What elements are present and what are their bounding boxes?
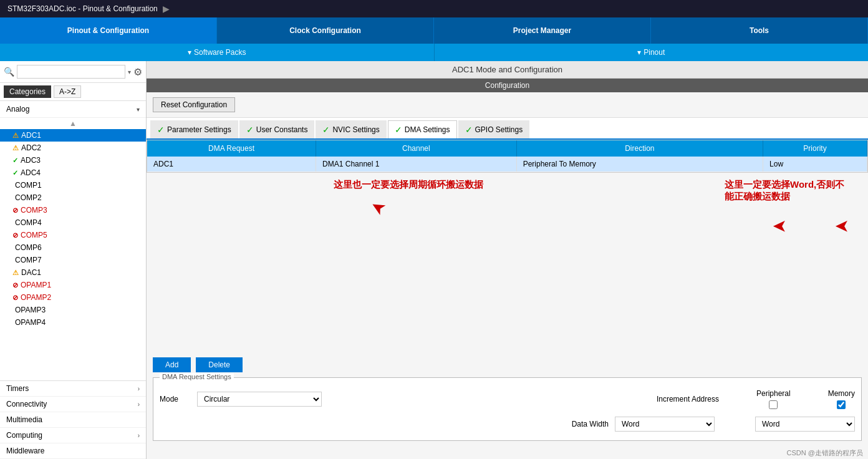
tab-user-constants[interactable]: ✓ User Constants [239,120,315,138]
sidebar-item-adc2[interactable]: ⚠ ADC2 [0,142,146,154]
adc4-icon: ✓ [12,169,18,177]
sidebar-item-adc3[interactable]: ✓ ADC3 [0,154,146,167]
arrow-right-bottom-icon: ➤ [835,216,849,237]
title-arrow: ▶ [163,4,170,14]
increment-section: Increment Address Peripheral Memory [644,389,855,409]
dma-table: DMA Request Channel Direction Priority A… [147,140,867,172]
sidebar-item-comp2[interactable]: COMP2 [0,191,146,204]
timers-expand-arrow: › [138,385,140,392]
sidebar-items-list: ⚠ ADC1 ⚠ ADC2 ✓ ADC3 ✓ ADC4 COMP1 COMP2 [0,129,146,380]
adc2-icon: ⚠ [12,144,19,152]
gpio-check-icon: ✓ [465,125,473,135]
memory-increment-checkbox[interactable] [837,400,846,409]
sidebar-item-opamp4[interactable]: OPAMP4 [0,316,146,329]
arrow-right-top-icon: ➤ [773,216,787,237]
title-text: STM32F303ADC.ioc - Pinout & Configuratio… [7,4,158,13]
sidebar-item-opamp1[interactable]: ⊘ OPAMP1 [0,279,146,291]
annotation-right: 这里一定要选择Word,否则不能正确搬运数据 [725,179,849,203]
connectivity-expand-arrow: › [138,401,140,408]
table-row[interactable]: ADC1 DMA1 Channel 1 Peripheral To Memory… [147,157,867,172]
sidebar-item-dac1[interactable]: ⚠ DAC1 [0,266,146,279]
dma-settings-legend: DMA Request Settings [160,373,234,380]
adc1-icon: ⚠ [12,132,19,140]
main-layout: 🔍 ▾ ⚙ Categories A->Z Analog ▾ ▲ ⚠ ADC1 [0,61,868,459]
reset-configuration-button[interactable]: Reset Configuration [153,97,235,112]
tab-pinout[interactable]: Pinout & Configuration [0,17,217,44]
gear-icon[interactable]: ⚙ [133,66,142,78]
analog-collapse-arrow: ▾ [137,106,140,113]
sidebar-item-comp5[interactable]: ⊘ COMP5 [0,229,146,241]
tab-clock[interactable]: Clock Configuration [217,17,434,44]
delete-button[interactable]: Delete [196,357,243,372]
nvic-check-icon: ✓ [322,125,330,135]
tab-gpio-settings[interactable]: ✓ GPIO Settings [458,120,530,138]
tab-project[interactable]: Project Manager [434,17,651,44]
col-dma-request: DMA Request [147,140,316,157]
peripheral-data-width-select[interactable]: Byte Half Word Word [615,417,715,432]
sidebar-item-middleware[interactable]: Middleware [0,443,146,459]
tab-nvic-settings[interactable]: ✓ NVIC Settings [316,120,386,138]
computing-expand-arrow: › [138,432,140,439]
tab-categories[interactable]: Categories [4,85,51,98]
tab-tools[interactable]: Tools [651,17,868,44]
toolbar: Reset Configuration [147,92,868,118]
sidebar-item-multimedia[interactable]: Multimedia [0,412,146,428]
title-bar: STM32F303ADC.ioc - Pinout & Configuratio… [0,0,868,17]
content-scroll: DMA Request Channel Direction Priority A… [147,140,868,459]
sidebar-item-adc1[interactable]: ⚠ ADC1 [0,129,146,142]
opamp1-icon: ⊘ [12,281,18,289]
memory-data-width-select[interactable]: Byte Half Word Word [755,417,855,432]
sub-nav: ▾ Software Packs ▾ Pinout [0,44,868,61]
search-input[interactable] [17,65,125,79]
sidebar-item-opamp3[interactable]: OPAMP3 [0,304,146,316]
peripheral-header: Peripheral [756,389,791,398]
dac1-icon: ⚠ [12,269,19,277]
settings-tabs: ✓ Parameter Settings ✓ User Constants ✓ … [147,118,868,140]
tab-parameter-settings[interactable]: ✓ Parameter Settings [150,120,238,138]
peripheral-data-width-container: Byte Half Word Word [615,417,715,432]
sidebar-analog-category[interactable]: Analog ▾ [0,101,146,118]
tab-az[interactable]: A->Z [54,85,81,98]
sidebar-item-adc4[interactable]: ✓ ADC4 [0,167,146,179]
user-constants-check-icon: ✓ [246,125,254,135]
add-button[interactable]: Add [153,357,191,372]
sidebar-item-timers[interactable]: Timers › [0,381,146,397]
cell-direction: Peripheral To Memory [516,157,763,172]
content-title: ADC1 Mode and Configuration [147,61,868,79]
mode-label: Mode [160,395,191,403]
dma-settings-panel: DMA Request Settings Mode Circular Norma… [153,377,862,441]
sidebar-item-opamp2[interactable]: ⊘ OPAMP2 [0,291,146,304]
comp5-icon: ⊘ [12,231,18,239]
dma-check-icon: ✓ [395,125,402,135]
sidebar-item-comp4[interactable]: COMP4 [0,216,146,229]
mode-select[interactable]: Circular Normal [197,392,322,407]
sidebar: 🔍 ▾ ⚙ Categories A->Z Analog ▾ ▲ ⚠ ADC1 [0,61,147,459]
cell-request: ADC1 [147,157,316,172]
peripheral-col: Peripheral [756,389,791,409]
memory-header: Memory [828,389,855,398]
peripheral-increment-checkbox[interactable] [769,400,778,409]
sidebar-tabs: Categories A->Z [0,83,146,101]
search-icon: 🔍 [4,67,14,77]
credit-text: CSDN @走错路的程序员 [147,447,868,459]
arrow-left-icon: ➤ [367,195,389,220]
sidebar-item-comp7[interactable]: COMP7 [0,254,146,266]
subnav-pinout[interactable]: ▾ Pinout [435,44,869,61]
bottom-buttons: Add Delete [147,352,868,377]
opamp2-icon: ⊘ [12,294,18,302]
sidebar-item-connectivity[interactable]: Connectivity › [0,397,146,412]
tab-dma-settings[interactable]: ✓ DMA Settings [388,120,457,138]
sidebar-item-comp1[interactable]: COMP1 [0,179,146,191]
top-nav: Pinout & Configuration Clock Configurati… [0,17,868,44]
comp3-icon: ⊘ [12,206,18,215]
dma-table-container: DMA Request Channel Direction Priority A… [147,140,868,173]
memory-data-width-container: Byte Half Word Word [721,417,855,432]
sidebar-item-comp3[interactable]: ⊘ COMP3 [0,204,146,216]
data-width-row: Data Width Byte Half Word Word Byte [160,414,855,434]
adc3-icon: ✓ [12,157,18,165]
sidebar-item-comp6[interactable]: COMP6 [0,241,146,254]
subnav-software-packs[interactable]: ▾ Software Packs [0,44,435,61]
scroll-up-indicator: ▲ [0,118,146,129]
annotation-left: 这里也一定要选择周期循环搬运数据 [334,179,483,191]
sidebar-item-computing[interactable]: Computing › [0,428,146,443]
